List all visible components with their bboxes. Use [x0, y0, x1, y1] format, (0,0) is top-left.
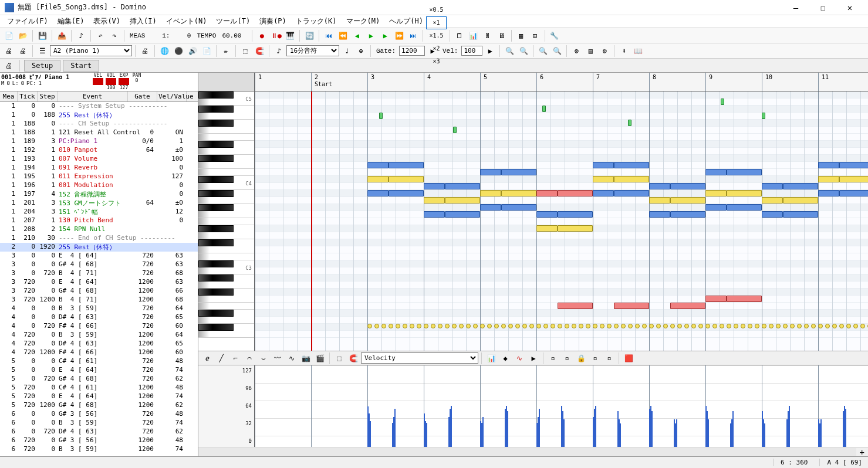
track-select[interactable]: A2 (Piano 1) [50, 45, 132, 56]
note[interactable] [670, 197, 705, 204]
note-dot[interactable] [860, 324, 865, 328]
metronome-icon[interactable]: 🎹 [283, 29, 296, 42]
note[interactable] [628, 120, 631, 126]
menu-item[interactable]: 演奏(P) [255, 15, 291, 28]
note[interactable] [727, 169, 762, 175]
zoom-in-v-icon[interactable]: 🔍 [536, 45, 549, 57]
note-icon[interactable]: ♪ [272, 45, 285, 57]
note[interactable] [558, 225, 593, 232]
speed-btn[interactable]: ×0.5 [426, 4, 446, 16]
note[interactable] [536, 211, 558, 218]
event-row[interactable]: 400D# 4 [ 63]72065 [0, 313, 198, 322]
note-dot[interactable] [431, 324, 435, 328]
note-dot[interactable] [565, 324, 569, 328]
note[interactable] [389, 162, 424, 168]
note-dot[interactable] [529, 324, 534, 328]
event-row[interactable]: 11951011 Expression127 [0, 172, 198, 181]
print2-icon[interactable]: 🖨 [16, 45, 29, 57]
note-dot[interactable] [381, 324, 386, 328]
note-dot[interactable] [501, 324, 506, 328]
note[interactable] [649, 197, 670, 204]
menu-item[interactable]: ツール(T) [211, 15, 255, 28]
note-len-icon[interactable]: ♩ [340, 45, 353, 57]
note-dot[interactable] [396, 324, 400, 328]
note[interactable] [501, 169, 536, 175]
record-icon[interactable]: ● [255, 29, 268, 42]
event-row[interactable]: 11941091 Reverb0 [0, 164, 198, 172]
note[interactable] [558, 303, 593, 309]
note[interactable] [839, 162, 868, 168]
pause-record-icon[interactable]: ⏸● [269, 29, 282, 42]
tool-icon[interactable]: 🔧 [548, 29, 561, 42]
settings-icon[interactable]: ⚙ [598, 45, 611, 57]
event-row[interactable]: 600G# 3 [ 56]72048 [0, 410, 198, 419]
note[interactable] [542, 106, 546, 112]
event-row[interactable]: 201920255 Rest（休符） [0, 243, 198, 252]
piano-keys[interactable]: C5C4C3 [198, 91, 255, 351]
view2-icon[interactable]: 📊 [467, 29, 480, 42]
note-dot[interactable] [642, 324, 647, 328]
setup-tab[interactable]: Setup [24, 60, 60, 72]
event-row[interactable]: 11893PC:Piano 10/01 [0, 137, 198, 146]
note-dot[interactable] [536, 324, 541, 328]
note-dot[interactable] [832, 324, 837, 328]
note[interactable] [424, 183, 445, 189]
note[interactable] [389, 190, 424, 196]
print-tab-icon[interactable]: 🖨 [2, 59, 15, 72]
tool-random-icon[interactable]: 〰 [271, 352, 284, 365]
note[interactable] [389, 176, 424, 182]
note[interactable] [367, 190, 389, 196]
note[interactable] [480, 204, 501, 211]
window-icon[interactable]: ⊞ [529, 29, 542, 42]
event-row[interactable]: 11931007 Volume100 [0, 155, 198, 164]
note[interactable] [480, 169, 501, 175]
note-dot[interactable] [670, 324, 675, 328]
note-dot[interactable] [635, 324, 640, 328]
tool-wave-icon[interactable]: ∿ [285, 352, 298, 365]
note[interactable] [670, 303, 705, 309]
h-scrollbar[interactable]: + [198, 447, 868, 456]
onion-icon[interactable]: ⚙ [570, 45, 583, 57]
rewind-icon[interactable]: ⏪ [336, 29, 349, 42]
mixer-icon[interactable]: 🎚 [481, 29, 494, 42]
event-list[interactable]: 100---- System Setup ----------10188255 … [0, 102, 198, 456]
note[interactable] [614, 176, 649, 182]
piano-roll[interactable] [255, 91, 868, 351]
event-row[interactable]: 60720D# 4 [ 63]72062 [0, 428, 198, 436]
event-row[interactable]: 67200G# 3 [ 56]120048 [0, 436, 198, 445]
event-row[interactable]: 57201200G# 4 [ 68]120062 [0, 401, 198, 410]
note[interactable] [614, 190, 649, 196]
event-row[interactable]: 121030---- End of CH Setup --------- [0, 234, 198, 243]
note-dot[interactable] [593, 324, 597, 328]
play-icon[interactable]: ▶ [364, 29, 377, 42]
note[interactable] [727, 204, 762, 211]
bars-icon[interactable]: ▤ [584, 45, 597, 57]
note[interactable] [501, 190, 536, 196]
vel-input[interactable] [461, 46, 482, 56]
note-dot[interactable] [607, 324, 612, 328]
vel-ico5[interactable]: ▫ [546, 352, 559, 365]
note[interactable] [453, 127, 457, 133]
note[interactable] [480, 190, 501, 196]
note-dot[interactable] [494, 324, 499, 328]
note-dot[interactable] [628, 324, 633, 328]
tool-free-icon[interactable]: ℯ [201, 352, 214, 365]
event-row[interactable]: 300G# 4 [ 68]72063 [0, 260, 198, 269]
event-row[interactable]: 12043151 ﾍﾞﾝﾄﾞ幅12 [0, 208, 198, 216]
event-row[interactable]: 12071130 Pitch Bend0 [0, 216, 198, 225]
note-dot[interactable] [452, 324, 457, 328]
note[interactable] [670, 211, 705, 218]
note[interactable] [839, 176, 868, 182]
menu-item[interactable]: 編集(E) [53, 15, 89, 28]
event-row[interactable]: 11881121 Reset All Control0ON [0, 128, 198, 137]
note[interactable] [536, 190, 558, 196]
event-row[interactable]: 47200D# 4 [ 63]120065 [0, 340, 198, 348]
note-dot[interactable] [797, 324, 802, 328]
note[interactable] [379, 113, 383, 119]
note[interactable] [721, 99, 724, 105]
note-dot[interactable] [649, 324, 654, 328]
menu-item[interactable]: イベント(N) [161, 15, 212, 28]
vel-ico3[interactable]: ∿ [513, 352, 526, 365]
note-dot[interactable] [846, 324, 851, 328]
tool-curve1-icon[interactable]: ⌒ [243, 352, 256, 365]
